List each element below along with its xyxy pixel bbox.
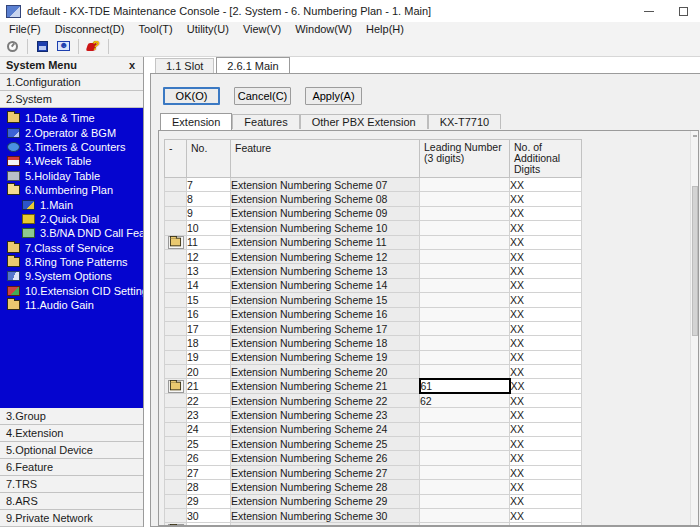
additional-digits-cell: XX <box>510 408 582 422</box>
tab-features[interactable]: Features <box>232 114 299 129</box>
row-number-cell: 31 <box>187 523 231 526</box>
mdi-tab-1-1-slot[interactable]: 1.1 Slot <box>155 58 214 73</box>
tree-item-2-operator-bgm[interactable]: 2.Operator & BGM <box>0 125 143 139</box>
menu-window[interactable]: Window(W) <box>288 22 359 37</box>
table-row: 30Extension Numbering Scheme 30XX <box>165 508 582 522</box>
leading-number-cell[interactable]: 61 <box>420 379 510 393</box>
feature-cell: Extension Numbering Scheme 07 <box>231 178 420 192</box>
sheet-icon <box>22 228 35 238</box>
leading-number-cell[interactable] <box>420 278 510 292</box>
mdi-tab-2-6-1-main[interactable]: 2.6.1 Main <box>216 57 289 73</box>
leading-number-cell[interactable] <box>420 465 510 479</box>
column-header-no: No. <box>187 140 231 178</box>
scroll-up-icon[interactable] <box>693 135 697 137</box>
leading-number-cell[interactable] <box>420 408 510 422</box>
menu-disconnect[interactable]: Disconnect(D) <box>48 22 132 37</box>
row-marker-button[interactable] <box>168 236 184 249</box>
tree-item-9-system-options[interactable]: 9.System Options <box>0 269 143 283</box>
close-icon[interactable]: x <box>125 59 139 71</box>
tree-item-3-b-na-dnd-call-feature[interactable]: 3.B/NA DND Call Feature <box>0 226 143 240</box>
menu-tool[interactable]: Tool(T) <box>131 22 179 37</box>
sidebar-section-6-feature[interactable]: 6.Feature <box>0 459 143 476</box>
row-marker-cell <box>165 321 187 335</box>
tree-item-1-date-time[interactable]: 1.Date & Time <box>0 111 143 125</box>
additional-digits-cell: XX <box>510 437 582 451</box>
leading-number-cell[interactable] <box>420 350 510 364</box>
tree-item-6-numbering-plan[interactable]: 6.Numbering Plan <box>0 183 143 197</box>
tab-extension[interactable]: Extension <box>160 113 232 130</box>
sidebar-section-9-private-network[interactable]: 9.Private Network <box>0 510 143 527</box>
leading-number-cell[interactable]: 62 <box>420 393 510 407</box>
toolbar-button-help[interactable] <box>84 38 103 56</box>
menu-help[interactable]: Help(H) <box>359 22 411 37</box>
additional-digits-cell: XX <box>510 365 582 379</box>
row-number-cell: 18 <box>187 336 231 350</box>
leading-number-cell[interactable] <box>420 321 510 335</box>
minimize-button[interactable] <box>632 0 666 22</box>
toolbar-button-save[interactable] <box>33 38 52 56</box>
sidebar-section-8-ars[interactable]: 8.ARS <box>0 493 143 510</box>
maximize-button[interactable] <box>666 0 700 22</box>
toolbar-button-gauge[interactable] <box>3 38 22 56</box>
leading-number-cell[interactable] <box>420 206 510 220</box>
leading-number-cell[interactable] <box>420 365 510 379</box>
tree-item-7-class-of-service[interactable]: 7.Class of Service <box>0 241 143 255</box>
leading-number-cell[interactable] <box>420 293 510 307</box>
row-marker-button[interactable] <box>168 380 184 393</box>
tree-item-2-quick-dial[interactable]: 2.Quick Dial <box>0 212 143 226</box>
sidebar-section-3-group[interactable]: 3.Group <box>0 408 143 425</box>
leading-number-cell[interactable] <box>420 437 510 451</box>
row-marker-cell <box>165 508 187 522</box>
leading-number-cell[interactable] <box>420 249 510 263</box>
additional-digits-cell: XX <box>510 422 582 436</box>
sidebar-section-5-optional-device[interactable]: 5.Optional Device <box>0 442 143 459</box>
row-number-cell: 25 <box>187 437 231 451</box>
scrollbar-thumb[interactable] <box>692 186 698 336</box>
apply-button[interactable]: Apply(A) <box>305 87 362 105</box>
tree-item-1-main[interactable]: 1.Main <box>0 197 143 211</box>
tab-other-pbx-extension[interactable]: Other PBX Extension <box>300 114 428 129</box>
tree-item-10-extension-cid-settings[interactable]: 10.Extension CID Settings <box>0 284 143 298</box>
sidebar-section-2-system[interactable]: 2.System <box>0 91 143 108</box>
toolbar-button-user[interactable] <box>54 38 73 56</box>
leading-number-cell[interactable] <box>420 178 510 192</box>
menu-file[interactable]: File(F) <box>2 22 48 37</box>
menu-view[interactable]: View(V) <box>236 22 288 37</box>
tree-item-3-timers-counters[interactable]: 3.Timers & Counters <box>0 140 143 154</box>
folder-icon <box>7 243 20 253</box>
tree-item-label: 8.Ring Tone Patterns <box>25 256 128 268</box>
sidebar-section-4-extension[interactable]: 4.Extension <box>0 425 143 442</box>
leading-number-cell[interactable] <box>420 451 510 465</box>
sidebar-section-1-configuration[interactable]: 1.Configuration <box>0 74 143 91</box>
row-marker-cell <box>165 221 187 235</box>
table-row: 19Extension Numbering Scheme 19XX <box>165 350 582 364</box>
ok-button[interactable]: OK(O) <box>163 87 220 105</box>
leading-number-cell[interactable] <box>420 480 510 494</box>
additional-digits-cell: XX <box>510 451 582 465</box>
menu-utility[interactable]: Utility(U) <box>180 22 236 37</box>
leading-number-cell[interactable] <box>420 336 510 350</box>
feature-cell: Extension Numbering Scheme 31 <box>231 523 420 526</box>
leading-number-cell[interactable] <box>420 264 510 278</box>
vertical-scrollbar[interactable] <box>690 131 698 525</box>
leading-number-cell[interactable] <box>420 221 510 235</box>
row-marker-cell <box>165 523 187 526</box>
tree-item-5-holiday-table[interactable]: 5.Holiday Table <box>0 169 143 183</box>
tree-item-8-ring-tone-patterns[interactable]: 8.Ring Tone Patterns <box>0 255 143 269</box>
leading-number-cell[interactable] <box>420 523 510 526</box>
leading-number-cell[interactable] <box>420 192 510 206</box>
tree-item-4-week-table[interactable]: 4.Week Table <box>0 154 143 168</box>
leading-number-cell[interactable] <box>420 508 510 522</box>
leading-number-cell[interactable] <box>420 494 510 508</box>
tree-item-label: 3.Timers & Counters <box>25 141 125 153</box>
leading-number-cell[interactable] <box>420 235 510 249</box>
tree-item-11-audio-gain[interactable]: 11.Audio Gain <box>0 298 143 312</box>
leading-number-cell[interactable] <box>420 307 510 321</box>
row-number-cell: 29 <box>187 494 231 508</box>
row-marker-button[interactable] <box>168 524 184 526</box>
leading-number-cell[interactable] <box>420 422 510 436</box>
cancel-button[interactable]: Cancel(C) <box>234 87 291 105</box>
row-marker-cell <box>165 249 187 263</box>
tab-kx-t7710[interactable]: KX-T7710 <box>428 114 502 129</box>
sidebar-section-7-trs[interactable]: 7.TRS <box>0 476 143 493</box>
